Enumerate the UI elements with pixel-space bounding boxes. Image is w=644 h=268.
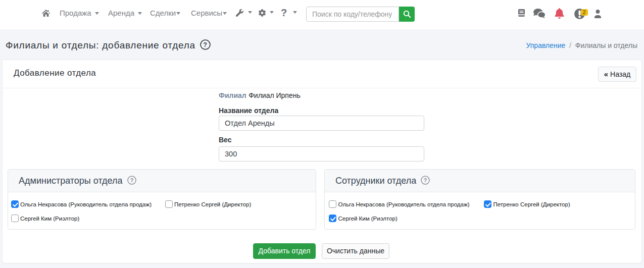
svg-text:?: ? (424, 177, 427, 183)
svg-text:?: ? (203, 41, 207, 48)
svg-text:?: ? (130, 177, 133, 183)
